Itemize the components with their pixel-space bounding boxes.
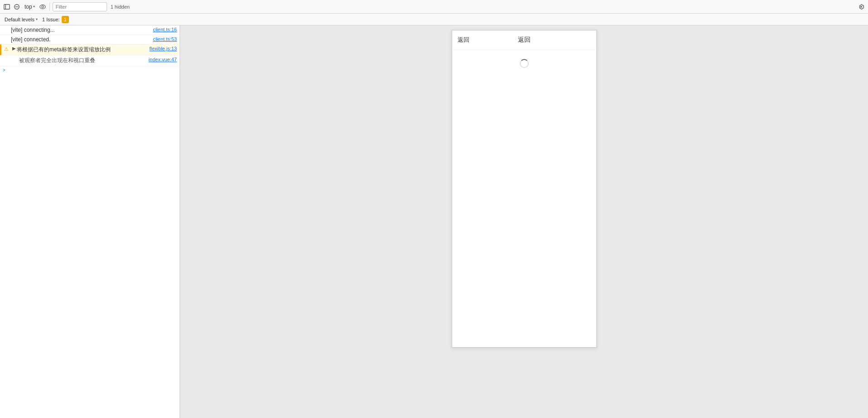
loading-spinner — [520, 59, 529, 68]
console-source-1[interactable]: client.ts:16 — [153, 27, 177, 32]
console-row-1: [vite] connecting... client.ts:16 — [0, 25, 180, 35]
svg-point-5 — [42, 5, 44, 7]
console-message-4: 被观察者完全出现在和视口重叠 — [19, 57, 145, 64]
context-label: top — [24, 4, 32, 10]
console-message-3: 将根据已有的meta标签来设置缩放比例 — [17, 46, 146, 54]
svg-point-4 — [40, 5, 45, 9]
console-message-1: [vite] connecting... — [11, 27, 149, 33]
svg-rect-0 — [4, 4, 10, 9]
context-selector[interactable]: top ▾ — [23, 3, 37, 11]
levels-label: Default levels — [5, 17, 34, 22]
preview-panel: 返回 返回 — [180, 25, 868, 418]
device-frame: 返回 返回 — [452, 30, 597, 348]
issue-badge: 1 Issue: 1 — [42, 16, 69, 23]
issues-count[interactable]: 1 — [62, 16, 69, 23]
sidebar-toggle-icon[interactable] — [3, 3, 11, 11]
main-content: [vite] connecting... client.ts:16 [vite]… — [0, 25, 868, 418]
separator-1 — [49, 3, 50, 11]
hidden-badge: 1 hidden — [111, 4, 130, 10]
eye-icon[interactable] — [39, 3, 47, 11]
device-title: 返回 — [518, 36, 531, 44]
console-source-2[interactable]: client.ts:53 — [153, 36, 177, 42]
device-body — [452, 50, 596, 77]
filter-input[interactable] — [53, 2, 107, 11]
expand-more-icon: > — [3, 68, 5, 73]
console-panel: [vite] connecting... client.ts:16 [vite]… — [0, 25, 180, 418]
console-row-2: [vite] connected. client.ts:53 — [0, 35, 180, 44]
no-entry-icon[interactable] — [13, 3, 21, 11]
console-message-2: [vite] connected. — [11, 36, 149, 43]
console-row-4: 被观察者完全出现在和视口重叠 index.vue:47 — [0, 55, 180, 66]
levels-dropdown[interactable]: Default levels ▾ — [3, 16, 39, 23]
warning-icon-3: ⚠ — [4, 46, 11, 52]
expand-arrow-3[interactable]: ▶ — [12, 46, 16, 51]
chevron-down-icon: ▾ — [33, 5, 35, 9]
devtools-toolbar: top ▾ 1 hidden — [0, 0, 868, 14]
device-header: 返回 返回 — [452, 30, 596, 50]
console-row-3: ⚠ ▶ 将根据已有的meta标签来设置缩放比例 flexible.js:13 — [0, 44, 180, 55]
settings-icon[interactable] — [857, 3, 865, 11]
secondary-toolbar: Default levels ▾ 1 Issue: 1 — [0, 14, 868, 25]
issues-label: 1 Issue: — [42, 17, 60, 22]
console-source-3[interactable]: flexible.js:13 — [149, 46, 177, 51]
expand-more-row[interactable]: > — [0, 66, 180, 74]
levels-chevron-icon: ▾ — [36, 17, 38, 21]
console-source-4[interactable]: index.vue:47 — [149, 57, 177, 62]
back-button[interactable]: 返回 — [458, 36, 469, 44]
